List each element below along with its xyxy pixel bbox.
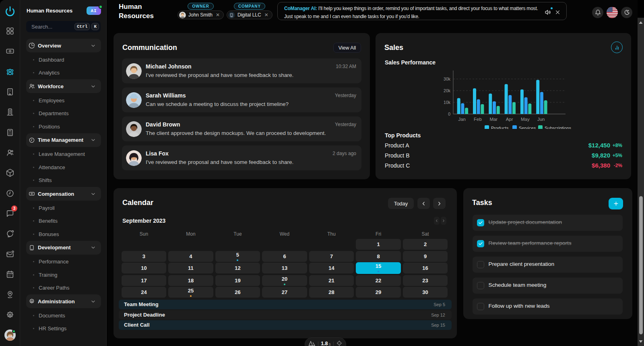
svg-text:Feb: Feb [474, 117, 482, 122]
svg-text:Subscriptions: Subscriptions [545, 126, 572, 129]
svg-text:Jan: Jan [458, 117, 466, 122]
svg-text:10k: 10k [444, 100, 451, 105]
svg-text:Apr: Apr [506, 117, 513, 122]
svg-text:May: May [521, 117, 530, 122]
svg-text:20k: 20k [444, 88, 451, 93]
svg-text:Products: Products [491, 126, 509, 129]
svg-text:Services: Services [519, 126, 536, 129]
svg-text:30k: 30k [444, 77, 451, 81]
svg-text:Mar: Mar [489, 117, 497, 122]
svg-text:Jun: Jun [537, 117, 545, 122]
svg-text:0: 0 [448, 112, 450, 116]
